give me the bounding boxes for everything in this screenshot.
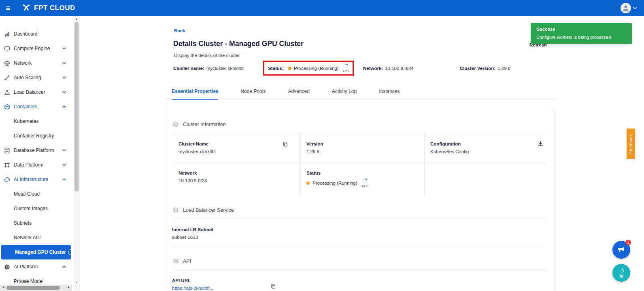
field-network: Network 10.100.9.0/24: [173, 162, 301, 196]
field-label: Internal LB Subnet: [172, 227, 548, 232]
status-highlight-box: Status: Processing (Running) 13%: [263, 61, 354, 76]
info-status-value: Processing (Running): [294, 66, 339, 71]
chevron-down-icon: [633, 7, 637, 9]
announcements-button[interactable]: 1: [612, 241, 630, 259]
sidebar-item-database-platform[interactable]: Database Platform: [0, 143, 71, 158]
horizontal-scrollbar[interactable]: ◄ ►: [0, 285, 72, 291]
sidebar-item-label: Managed GPU Cluster: [15, 249, 66, 255]
success-toast: Success Configure workers is being proce…: [531, 23, 632, 44]
sidebar-item-dashboard[interactable]: Dashboard: [0, 27, 71, 41]
progress-spinner: 13%: [343, 63, 349, 73]
ai-assistant-button[interactable]: AI: [612, 264, 630, 282]
section-title: Load Balancer Service: [183, 207, 234, 213]
sidebar-item-network[interactable]: Network: [0, 56, 71, 70]
info-version-value: 1.29.8: [497, 66, 510, 71]
field-internal-lb-subnet: Internal LB Subnet subnet-1633: [166, 219, 554, 247]
tab-activity-log[interactable]: Activity Log: [332, 89, 357, 100]
copy-icon[interactable]: [270, 284, 276, 289]
sidebar-item-data-platform[interactable]: Data Platform: [0, 158, 71, 172]
api-url-link[interactable]: https://api-ckhxtlbf...: [172, 286, 548, 291]
section-api: API: [166, 247, 554, 270]
box-icon: [4, 104, 10, 110]
sidebar-item-label: Compute Engine: [14, 46, 50, 51]
layers-icon: [173, 258, 179, 264]
chevron-down-icon: [62, 76, 66, 79]
scrollbar-thumb[interactable]: [74, 22, 79, 192]
sidebar-item-subnets[interactable]: Subnets: [0, 216, 71, 230]
field-value: Processing (Running): [312, 181, 357, 186]
scroll-right-arrow-icon[interactable]: ►: [67, 285, 70, 289]
hamburger-menu-button[interactable]: ≡: [0, 0, 16, 16]
top-bar: ≡ FPT CLOUD: [0, 0, 644, 16]
sidebar-item-kubernetes[interactable]: Kubernetes: [0, 114, 71, 129]
tab-essential-properties[interactable]: Essential Properties: [172, 89, 218, 100]
field-label: Version: [306, 141, 419, 146]
download-icon[interactable]: [538, 141, 544, 147]
status-dot-icon: [306, 181, 310, 185]
sidebar-item-containers[interactable]: Containers: [0, 99, 71, 114]
sidebar-item-label: Load Balancer: [14, 89, 45, 95]
field-value: 10.100.9.0/24: [179, 178, 295, 183]
sidebar-scrollbar[interactable]: ▲ ▼: [74, 16, 79, 291]
field-api-url: API URL https://api-ckhxtlbf...: [166, 270, 554, 291]
avatar-icon: [621, 3, 631, 13]
status-dot-icon: [288, 67, 291, 70]
tab-node-pools[interactable]: Node Pools: [240, 89, 266, 100]
progress-spinner: 13%: [362, 178, 368, 188]
section-title: API: [183, 258, 191, 264]
ai-network-icon: [618, 268, 625, 274]
tab-advanced[interactable]: Advanced: [288, 89, 309, 100]
section-title: Cluster Information: [183, 122, 226, 127]
feedback-tab[interactable]: Feedback: [627, 129, 635, 159]
toast-title: Success: [536, 27, 626, 32]
chevron-down-icon: [62, 47, 66, 50]
sidebar-item-load-balancer[interactable]: Load Balancer: [0, 85, 71, 99]
scroll-down-arrow-icon[interactable]: ▼: [74, 281, 79, 284]
page-title: Details Cluster - Managed GPU Cluster: [173, 40, 304, 48]
notification-badge: 1: [625, 240, 631, 245]
tabs: Essential Properties Node Pools Advanced…: [172, 89, 400, 100]
sidebar-item-container-registry[interactable]: Container Registry: [0, 129, 71, 143]
sidebar-item-metal-cloud[interactable]: Metal Cloud: [0, 187, 71, 201]
database-icon: [4, 148, 10, 154]
field-configuration: Configuration Kubernetes Config: [425, 133, 548, 162]
sidebar-item-compute-engine[interactable]: Compute Engine: [0, 41, 71, 56]
sidebar-item-custom-images[interactable]: Custom Images: [0, 201, 71, 216]
spinner-icon: [343, 63, 349, 69]
chevron-down-icon: [62, 62, 66, 64]
info-version-label: Cluster Version:: [460, 66, 495, 71]
field-label: Network: [179, 171, 295, 175]
progress-percent: 13%: [343, 69, 349, 73]
back-link[interactable]: Back: [174, 28, 185, 33]
field-value: Kubernetes Config: [430, 149, 543, 154]
info-cluster-name-label: Cluster name:: [173, 66, 204, 71]
sidebar-item-label: AI Platform: [14, 264, 38, 270]
sidebar-item-network-acl[interactable]: Network ACL: [0, 230, 71, 245]
sidebar-item-ai-platform[interactable]: AI Platform: [0, 259, 71, 274]
info-network: Network:10.100.9.0/24: [363, 66, 414, 71]
details-card: Cluster Information Cluster Name myclust…: [166, 108, 555, 291]
field-label: Configuration: [430, 141, 543, 146]
scroll-up-arrow-icon[interactable]: ▲: [74, 17, 79, 20]
layers-icon: [173, 121, 179, 127]
field-value: 1.29.8: [306, 149, 419, 154]
globe-icon: [4, 60, 10, 66]
info-version: Cluster Version:1.29.8: [460, 66, 510, 71]
toast-message: Configure workers is being processed: [536, 35, 626, 40]
field-value: mycluster-ckhxtlbf: [179, 149, 295, 154]
sidebar-nav: DashboardCompute EngineNetworkAuto Scali…: [0, 16, 73, 291]
tab-instances[interactable]: Instances: [379, 89, 400, 100]
scroll-left-arrow-icon[interactable]: ◄: [2, 285, 5, 289]
sidebar-item-label: AI Infrastructure: [14, 177, 48, 182]
sidebar: DashboardCompute EngineNetworkAuto Scali…: [0, 16, 80, 291]
sidebar-item-ai-infrastructure[interactable]: AI Infrastructure: [0, 172, 71, 187]
brand-name: FPT CLOUD: [34, 4, 75, 12]
data-icon: [4, 162, 10, 168]
scrollbar-thumb[interactable]: [6, 286, 60, 290]
sidebar-item-managed-gpu-cluster[interactable]: Managed GPU Clusterbeta: [1, 245, 71, 259]
page-subtitle: Display the details of the cluster: [174, 53, 240, 58]
user-menu[interactable]: [621, 3, 637, 13]
copy-icon[interactable]: [283, 141, 288, 147]
sidebar-item-auto-scaling[interactable]: Auto Scaling: [0, 70, 71, 85]
chevron-up-icon: [62, 105, 66, 108]
